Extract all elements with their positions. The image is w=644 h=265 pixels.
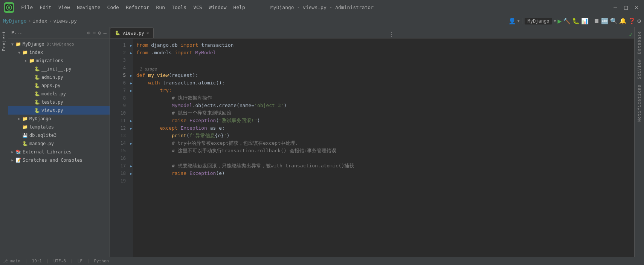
close-button[interactable]: ✕	[633, 4, 640, 11]
menu-edit[interactable]: Edit	[37, 3, 54, 12]
menu-tools[interactable]: Tools	[169, 3, 189, 12]
collapse-all-icon[interactable]: ≡	[93, 30, 96, 36]
code-content[interactable]: from django.db import transaction from .…	[133, 38, 634, 257]
fold-line-18[interactable]: ▶	[129, 170, 133, 177]
line-sep-indicator[interactable]: LF	[78, 259, 82, 263]
right-sidebar-notifications[interactable]: Notifications	[635, 82, 643, 124]
right-sidebar-sciview[interactable]: SciView	[635, 57, 643, 81]
project-panel-tab[interactable]: Project	[1, 29, 7, 52]
stop-button[interactable]: ⏹	[594, 17, 600, 25]
panel-icons: ⊕ ≡ ⚙ —	[87, 30, 107, 36]
tree-item-sqlite[interactable]: 💾 db.sqlite3	[8, 131, 110, 139]
breadcrumb-index[interactable]: index	[32, 18, 47, 24]
tree-item-views[interactable]: 🐍 views.py	[8, 106, 110, 115]
encoding-indicator[interactable]: UTF-8	[53, 259, 66, 263]
fold-line-8	[129, 94, 133, 102]
build-button[interactable]: 🔨	[563, 17, 571, 25]
project-tree: ▼ 📁 MyDjango D:\MyDjango ▼ 📁 index ▶ 📁 m…	[8, 38, 110, 257]
maximize-button[interactable]: □	[622, 4, 630, 11]
project-breadcrumb[interactable]: MyDjango	[3, 18, 27, 24]
window-controls: — □ ✕	[612, 4, 640, 11]
panel-settings-icon[interactable]: ⚙	[98, 30, 101, 36]
menu-file[interactable]: File	[18, 3, 36, 12]
fold-line-2[interactable]: ▶	[129, 49, 133, 57]
tree-label-migrations: migrations	[36, 58, 63, 63]
tab-close-icon[interactable]: ✕	[147, 31, 149, 35]
tree-item-templates[interactable]: 📁 templates	[8, 123, 110, 131]
profile-button[interactable]: 📊	[581, 17, 589, 25]
help-icon[interactable]: ❓	[628, 17, 636, 25]
menu-view[interactable]: View	[55, 3, 73, 12]
tree-label-mydjango: MyDjango	[23, 41, 44, 47]
python-file-icon: 🐍	[34, 74, 40, 80]
breadcrumb-views[interactable]: views.py	[53, 18, 77, 24]
fold-line-5[interactable]: ▶	[129, 72, 133, 79]
fold-line-12[interactable]: ▶	[129, 124, 133, 132]
fold-line-6[interactable]: ▶	[129, 79, 133, 87]
tab-menu-button[interactable]: ⋮	[385, 31, 397, 38]
folder-icon: 📁	[22, 124, 28, 130]
folder-icon: 📁	[22, 49, 28, 55]
translate-icon[interactable]: 🔤	[601, 17, 609, 25]
statusbar-sep-2: |	[46, 259, 49, 263]
code-line-8: # 执行数据库操作	[136, 94, 634, 102]
right-sidebar-database[interactable]: Database	[635, 29, 643, 56]
user-icon[interactable]: 👤	[508, 17, 516, 25]
fold-line-1[interactable]: ▶	[129, 41, 133, 49]
fold-line-10	[129, 109, 133, 117]
tree-item-migrations[interactable]: ▶ 📁 migrations	[8, 57, 110, 65]
panel-hide-icon[interactable]: —	[104, 30, 107, 36]
menu-vcs[interactable]: VCS	[190, 3, 205, 12]
config-dropdown-icon[interactable]: ▼	[554, 19, 556, 23]
fold-line-17[interactable]: ▶	[129, 162, 133, 170]
menu-code[interactable]: Code	[104, 3, 122, 12]
debug-button[interactable]: 🐛	[572, 17, 580, 25]
tree-item-scratches[interactable]: ▶ 📝 Scratches and Consoles	[8, 156, 110, 164]
tab-views-py[interactable]: 🐍 views.py ✕	[110, 28, 154, 38]
line-numbers: 1 2 3 4 5 6 7 8 9 10 11 12 13 14 15 16 1…	[110, 38, 129, 257]
menu-help[interactable]: Help	[230, 3, 248, 12]
tree-item-init[interactable]: 🐍 __init__.py	[8, 65, 110, 73]
tree-item-tests[interactable]: 🐍 tests.py	[8, 98, 110, 106]
statusbar-sep-3: |	[70, 259, 73, 263]
tree-item-apps[interactable]: 🐍 apps.py	[8, 81, 110, 90]
tree-item-mydjango-sub[interactable]: ▶ 📁 MyDjango	[8, 115, 110, 123]
tree-item-mydjango-root[interactable]: ▼ 📁 MyDjango D:\MyDjango	[8, 40, 110, 48]
code-editor[interactable]: 1 2 3 4 5 6 7 8 9 10 11 12 13 14 15 16 1…	[110, 38, 634, 257]
window-title: MyDjango - views.py - Administrator	[270, 5, 374, 10]
tree-item-ext-libs[interactable]: ▶ 📚 External Libraries	[8, 148, 110, 156]
code-line-2: from .models import MyModel	[136, 49, 634, 57]
statusbar-sep-4: |	[87, 259, 90, 263]
settings-icon[interactable]: ⚙	[637, 17, 641, 25]
menu-refactor[interactable]: Refactor	[123, 3, 153, 12]
tree-label-index: index	[29, 50, 43, 55]
tree-label-init: __init__.py	[41, 66, 71, 72]
line-col-indicator[interactable]: 19:1	[32, 259, 42, 263]
fold-line-7[interactable]: ▶	[129, 87, 133, 94]
locate-file-icon[interactable]: ⊕	[87, 30, 90, 36]
app-logo	[4, 2, 14, 13]
menu-run[interactable]: Run	[153, 3, 168, 12]
git-branch[interactable]: ⎇ main	[3, 259, 20, 263]
user-dropdown-icon[interactable]: ▼	[517, 19, 520, 23]
no-arrow	[17, 133, 22, 138]
language-indicator[interactable]: Python	[94, 259, 109, 263]
code-line-4	[136, 64, 634, 72]
tree-item-index[interactable]: ▼ 📁 index	[8, 48, 110, 57]
tree-item-admin[interactable]: 🐍 admin.py	[8, 73, 110, 81]
search-everywhere-button[interactable]: 🔍	[610, 17, 618, 25]
code-line-3	[136, 57, 634, 64]
toolbar-separator-1	[522, 18, 522, 24]
menu-navigate[interactable]: Navigate	[74, 3, 104, 12]
no-arrow	[29, 66, 34, 72]
fold-line-13	[129, 132, 133, 139]
fold-line-11[interactable]: ▶	[129, 117, 133, 124]
notifications-icon[interactable]: 🔔	[619, 17, 627, 25]
tree-item-models[interactable]: 🐍 models.py	[8, 90, 110, 98]
minimize-button[interactable]: —	[612, 4, 619, 11]
tree-item-manage[interactable]: 🐍 manage.py	[8, 139, 110, 148]
run-button[interactable]: ▶	[558, 17, 562, 25]
menu-window[interactable]: Window	[206, 3, 230, 12]
code-line-14: # try中的异常被except捕获，也应该在except中处理.	[136, 139, 634, 147]
fold-line-14[interactable]: ▶	[129, 139, 133, 147]
